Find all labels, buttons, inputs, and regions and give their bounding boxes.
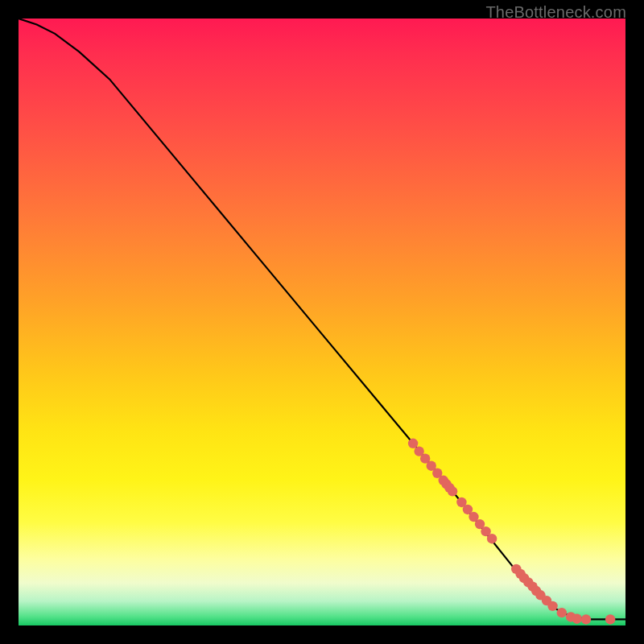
curve-svg (19, 19, 625, 625)
highlight-dot (487, 534, 497, 543)
highlight-dot (605, 614, 615, 624)
highlight-dot (572, 614, 581, 624)
highlight-dot (448, 486, 457, 496)
highlight-dot (557, 608, 567, 617)
main-curve (19, 19, 625, 619)
highlight-dot (547, 601, 557, 611)
plot-area (19, 19, 625, 625)
highlight-dot (408, 439, 418, 448)
highlight-dot (581, 614, 591, 624)
highlight-dots-group (408, 439, 615, 625)
chart-container: TheBottleneck.com (0, 0, 644, 644)
